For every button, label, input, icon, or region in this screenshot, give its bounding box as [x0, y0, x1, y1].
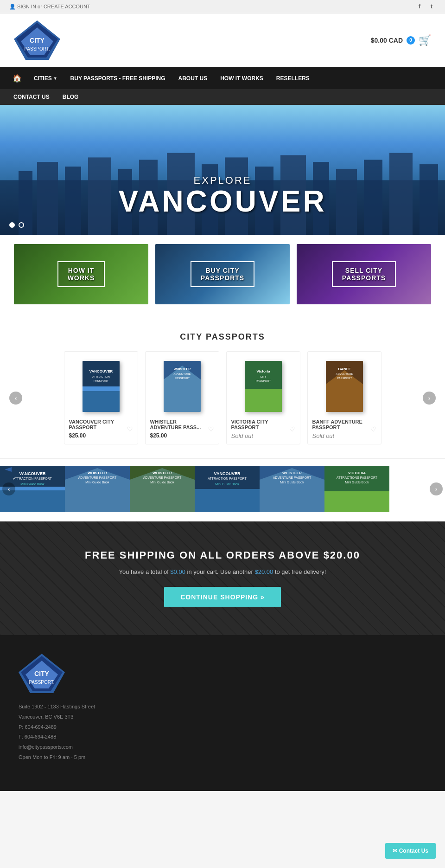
mini-book-3[interactable]: WHISTLER ADVENTURE PASSPORT Mini Guide B…	[130, 466, 195, 512]
nav-item-about[interactable]: ABOUT US	[172, 69, 214, 88]
needed-amount-link[interactable]: $20.00	[255, 568, 273, 575]
svg-text:ATTRACTION: ATTRACTION	[92, 375, 110, 378]
svg-text:BANFF: BANFF	[338, 367, 350, 371]
cart-badge: 0	[407, 36, 415, 45]
product-card-victoria[interactable]: Victoria CITY PASSPORT VICTORIA CITY PAS…	[226, 351, 300, 444]
svg-text:WHISTLER: WHISTLER	[88, 471, 107, 475]
mini-carousel-wrapper: ‹ VANCOUVER ATTRACTION PASSPORT Mini Gui…	[0, 466, 445, 512]
mini-book-5[interactable]: WHISTLER ADVENTURE PASSPORT Mini Guide B…	[260, 466, 324, 512]
continue-shopping-btn[interactable]: CONTINUE SHOPPING »	[164, 587, 281, 607]
nav-sub-row: CONTACT US BLOG	[0, 89, 445, 105]
svg-text:WHISTLER: WHISTLER	[153, 471, 172, 475]
footer-hours: Open Mon to Fri: 9 am - 5 pm	[19, 753, 426, 762]
svg-text:ADVENTURE: ADVENTURE	[336, 373, 353, 375]
svg-text:ATTRACTION PASSPORT: ATTRACTION PASSPORT	[13, 477, 52, 480]
cart-icon[interactable]: 🛒	[419, 34, 431, 46]
svg-rect-8	[65, 167, 81, 235]
promo-cards-section: HOW ITWORKS BUY CITYPASSPORTS SELL CITYP…	[0, 235, 445, 314]
hero-dot-2[interactable]	[19, 222, 24, 228]
product-footer-whistler: WHISTLER ADVENTURE PASS... $25.00 ♡	[150, 419, 214, 439]
header: CITY PASSPORT. $0.00 CAD 0 🛒	[0, 13, 445, 67]
promo-card-sell[interactable]: SELL CITYPASSPORTS	[297, 244, 431, 304]
signin-link[interactable]: SIGN IN	[17, 4, 36, 9]
svg-text:Mini Guide Book: Mini Guide Book	[85, 481, 109, 484]
nav-item-contact[interactable]: CONTACT US	[7, 89, 56, 105]
svg-text:VANCOUVER: VANCOUVER	[19, 471, 46, 476]
book-cover-whistler: WHISTLER ADVENTURE PASSPORT	[164, 361, 201, 412]
product-soldout-victoria: Sold out	[231, 432, 289, 439]
product-name-victoria: VICTORIA CITY PASSPORT	[231, 419, 289, 430]
shipping-title: FREE SHIPPING ON ALL ORDERS ABOVE $20.00	[19, 549, 426, 561]
footer-fax: F: 604-694-2488	[19, 733, 426, 742]
product-price-whistler: $25.00	[150, 432, 208, 439]
facebook-icon[interactable]: f	[415, 2, 424, 11]
hero-banner: EXPLORE VANCOUVER	[0, 105, 445, 235]
svg-text:PASSPORT: PASSPORT	[337, 377, 351, 379]
svg-rect-19	[364, 160, 382, 235]
mini-book-4[interactable]: VANCOUVER ATTRACTION PASSPORT Mini Guide…	[195, 466, 260, 512]
svg-text:Mini Guide Book: Mini Guide Book	[345, 481, 369, 484]
logo-area[interactable]: CITY PASSPORT.	[14, 20, 60, 60]
mini-books-list: VANCOUVER ATTRACTION PASSPORT Mini Guide…	[0, 466, 445, 512]
product-img-vancouver: VANCOUVER ATTRACTION PASSPORT	[69, 359, 133, 414]
carousel-next-btn[interactable]: ›	[423, 392, 436, 405]
svg-text:ADVENTURE PASSPORT: ADVENTURE PASSPORT	[143, 476, 182, 479]
mini-carousel-next[interactable]: ›	[430, 482, 443, 495]
product-card-whistler[interactable]: WHISTLER ADVENTURE PASSPORT WHISTLER ADV…	[145, 351, 219, 444]
or-text: or	[38, 4, 42, 9]
mini-book-6[interactable]: VICTORIA ATTRACTIONS PASSPORT Mini Guide…	[324, 466, 389, 512]
nav-item-blog[interactable]: BLOG	[56, 89, 85, 105]
product-name-whistler: WHISTLER ADVENTURE PASS...	[150, 419, 208, 430]
product-footer-banff: BANFF ADVENTURE PASSPORT Sold out ♡	[312, 419, 376, 439]
book-cover-vancouver: VANCOUVER ATTRACTION PASSPORT	[83, 361, 120, 412]
svg-text:ATTRACTION PASSPORT: ATTRACTION PASSPORT	[208, 477, 247, 480]
promo-card-buy[interactable]: BUY CITYPASSPORTS	[155, 244, 290, 304]
svg-rect-20	[389, 153, 413, 235]
product-card-vancouver[interactable]: VANCOUVER ATTRACTION PASSPORT VANCOUVER …	[64, 351, 138, 444]
footer-address2: Vancouver, BC V6E 3T3	[19, 713, 426, 722]
footer: CITY PASSPORT. Suite 1902 - 1133 Hasting…	[0, 635, 445, 791]
twitter-icon[interactable]: t	[427, 2, 436, 11]
promo-card-howitworks[interactable]: HOW ITWORKS	[14, 244, 148, 304]
svg-text:WHISTLER: WHISTLER	[173, 367, 191, 371]
svg-rect-9	[88, 157, 111, 235]
svg-text:VANCOUVER: VANCOUVER	[89, 369, 113, 373]
product-card-banff[interactable]: BANFF ADVENTURE PASSPORT BANFF ADVENTURE…	[307, 351, 381, 444]
shipping-desc-prefix: You have a total of	[119, 568, 171, 575]
social-links: f t	[415, 2, 436, 11]
svg-text:PASSPORT.: PASSPORT.	[29, 680, 54, 685]
mini-book-2[interactable]: WHISTLER ADVENTURE PASSPORT Mini Guide B…	[65, 466, 130, 512]
mini-guide-section: ‹ VANCOUVER ATTRACTION PASSPORT Mini Gui…	[0, 458, 445, 521]
nav-home[interactable]: 🏠	[7, 67, 27, 89]
svg-rect-71	[324, 491, 389, 512]
promo-label-3: SELL CITYPASSPORTS	[332, 261, 396, 287]
wishlist-icon-victoria[interactable]: ♡	[289, 425, 295, 433]
cart-area[interactable]: $0.00 CAD 0 🛒	[371, 34, 431, 46]
hero-dots	[9, 222, 24, 228]
svg-rect-34	[245, 389, 282, 412]
carousel-prev-btn[interactable]: ‹	[9, 392, 22, 405]
hero-dot-1[interactable]	[9, 222, 15, 228]
svg-text:Mini Guide Book: Mini Guide Book	[280, 481, 304, 484]
mini-carousel-prev[interactable]: ‹	[2, 482, 15, 495]
svg-text:Mini Guide Book: Mini Guide Book	[20, 482, 44, 486]
wishlist-icon-vancouver[interactable]: ♡	[127, 425, 133, 433]
svg-rect-61	[195, 489, 260, 512]
footer-info: Suite 1902 - 1133 Hastings Street Vancou…	[19, 702, 426, 762]
wishlist-icon-whistler[interactable]: ♡	[208, 425, 214, 433]
cart-amount-link[interactable]: $0.00	[170, 568, 185, 575]
wishlist-icon-banff[interactable]: ♡	[370, 425, 376, 433]
footer-email: info@citypassports.com	[19, 743, 426, 752]
nav-item-cities[interactable]: CITIES ▼	[27, 69, 64, 88]
nav-item-howitworks[interactable]: HOW IT WORKS	[214, 69, 270, 88]
user-icon: 👤	[9, 4, 17, 9]
nav-item-buy[interactable]: BUY PASSPORTS - FREE SHIPPING	[64, 69, 172, 88]
footer-address1: Suite 1902 - 1133 Hastings Street	[19, 702, 426, 712]
svg-text:PASSPORT: PASSPORT	[93, 379, 108, 382]
cart-amount: $0.00 CAD	[371, 37, 403, 44]
site-logo[interactable]: CITY PASSPORT.	[14, 20, 60, 60]
product-soldout-banff: Sold out	[312, 432, 370, 439]
main-nav: 🏠 CITIES ▼ BUY PASSPORTS - FREE SHIPPING…	[0, 67, 445, 105]
nav-item-resellers[interactable]: RESELLERS	[270, 69, 316, 88]
create-account-link[interactable]: CREATE ACCOUNT	[44, 4, 90, 9]
